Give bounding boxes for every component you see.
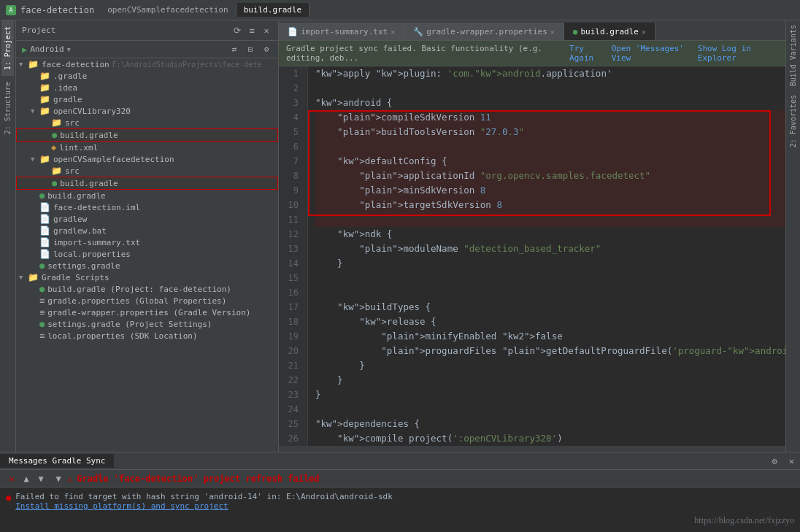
bottom-toolbar-up[interactable]: ▲ xyxy=(20,473,32,485)
bottom-panel: Messages Gradle Sync ⚙ ✕ ✕ ▲ ▼ ▼ ⚠ Gradl… xyxy=(0,452,800,532)
bottom-content: ● Failed to find target with hash string… xyxy=(0,487,800,532)
tree-item[interactable]: 📄gradlew xyxy=(16,213,278,225)
settings-icon[interactable]: ≡ xyxy=(246,25,258,36)
tree-item[interactable]: 📁src xyxy=(16,165,278,177)
tab-import-summary[interactable]: 📄 import-summary.txt ✕ xyxy=(279,23,404,40)
folder-icon: 📁 xyxy=(39,71,50,81)
code-line: } xyxy=(315,256,785,271)
tree-item[interactable]: ▼📁openCVSamplefacedetection xyxy=(16,153,278,165)
bottom-tab-messages[interactable]: Messages Gradle Sync xyxy=(0,454,114,468)
tree-item[interactable]: ●build.gradle xyxy=(16,177,278,190)
line-number: 6 xyxy=(285,139,301,154)
right-sidebar: Build Variants 2: Favorites xyxy=(785,20,800,452)
close-tab-1[interactable]: ✕ xyxy=(550,28,555,36)
line-number: 4 xyxy=(285,110,301,125)
file-icon: 📄 xyxy=(39,225,50,236)
bottom-settings-icon[interactable]: ⚙ xyxy=(766,456,783,466)
xml-icon: ◈ xyxy=(51,142,56,153)
tree-item[interactable]: ▼📁face-detectionF:\AndroidStudioProjects… xyxy=(16,58,278,70)
tree-item[interactable]: ≡gradle-wrapper.properties (Gradle Versi… xyxy=(16,307,278,318)
tree-item[interactable]: 📁.gradle xyxy=(16,70,278,82)
tree-item[interactable]: ≡local.properties (SDK Location) xyxy=(16,330,278,342)
bottom-close-icon[interactable]: ✕ xyxy=(783,456,800,466)
tree-item[interactable]: ▼📁Gradle Scripts xyxy=(16,271,278,283)
code-line: "plain">moduleName "detection_based_trac… xyxy=(315,242,785,256)
show-log-link[interactable]: Show Log in Explorer xyxy=(698,44,778,63)
folder-icon: 📁 xyxy=(51,117,62,128)
folder-icon: 📁 xyxy=(39,94,50,104)
line-number: 3 xyxy=(285,96,301,110)
close-panel-icon[interactable]: ✕ xyxy=(261,25,272,36)
android-dropdown[interactable]: ▶ Android ▼ ⇄ ⊟ ⚙ xyxy=(16,41,278,58)
notification-bar: Gradle project sync failed. Basic functi… xyxy=(279,41,785,66)
sync-icon[interactable]: ⟳ xyxy=(231,25,243,36)
line-number: 1 xyxy=(285,66,301,81)
tree-item[interactable]: ●build.gradle xyxy=(16,128,278,142)
file-icon: 📄 xyxy=(39,202,50,212)
tree-item[interactable]: 📄local.properties xyxy=(16,248,278,260)
code-line: "plain">compileSdkVersion 11 xyxy=(315,110,785,125)
gradle-icon: ● xyxy=(52,130,57,140)
title-tab-buildgradle[interactable]: build.gradle xyxy=(236,3,309,17)
try-again-link[interactable]: Try Again xyxy=(569,44,606,63)
file-icon: 📄 xyxy=(39,249,50,259)
line-number: 2 xyxy=(285,81,301,96)
code-line: "kw">buildTypes { xyxy=(315,300,785,315)
line-number: 21 xyxy=(285,358,301,373)
tree-item[interactable]: 📁src xyxy=(16,117,278,128)
bottom-toolbar-close[interactable]: ✕ xyxy=(6,473,18,485)
code-line xyxy=(315,285,785,300)
tree-item[interactable]: 📄gradlew.bat xyxy=(16,225,278,236)
tree-item[interactable]: ●settings.gradle xyxy=(16,260,278,271)
properties-icon: ≡ xyxy=(39,296,45,306)
notification-text: Gradle project sync failed. Basic functi… xyxy=(286,44,564,63)
gradle-icon: ● xyxy=(39,190,45,201)
error-circle-icon: ● xyxy=(6,493,11,503)
line-number: 9 xyxy=(285,183,301,198)
bottom-toolbar-down[interactable]: ▼ xyxy=(35,473,47,485)
tree-item[interactable]: 📄import-summary.txt xyxy=(16,236,278,248)
build-variants-tab[interactable]: Build Variants xyxy=(788,20,799,90)
collapse-icon[interactable]: ⊟ xyxy=(245,44,256,55)
tree-item[interactable]: ≡gradle.properties (Global Properties) xyxy=(16,295,278,307)
gear-icon[interactable]: ⚙ xyxy=(261,44,272,55)
tree-item[interactable]: 📁.idea xyxy=(16,82,278,93)
code-line xyxy=(315,402,785,417)
close-tab-0[interactable]: ✕ xyxy=(391,28,395,36)
tree-item[interactable]: 📁gradle xyxy=(16,93,278,105)
tree-item[interactable]: 📄face-detection.iml xyxy=(16,201,278,213)
line-number: 15 xyxy=(285,271,301,285)
title-tab-opencvsample[interactable]: openCVSamplefacedetection xyxy=(100,3,236,17)
line-number: 14 xyxy=(285,256,301,271)
tree-item[interactable]: ●build.gradle (Project: face-detection) xyxy=(16,283,278,295)
open-messages-link[interactable]: Open 'Messages' View xyxy=(612,44,692,63)
code-line: "plain">buildToolsVersion "27.0.3" xyxy=(315,125,785,139)
tab-gradle-wrapper[interactable]: 🔧 gradle-wrapper.properties ✕ xyxy=(404,23,564,40)
folder-icon: 📁 xyxy=(39,154,50,164)
vertical-sidebar: 1: Project 2: Structure xyxy=(0,20,16,452)
line-number: 20 xyxy=(285,344,301,358)
dropdown-arrow: ▼ xyxy=(67,46,71,53)
tree-item[interactable]: ▼📁openCVLibrary320 xyxy=(16,105,278,117)
dropdown-label: Android xyxy=(30,45,64,54)
android-icon: ▶ xyxy=(22,45,27,55)
tree-item[interactable]: ◈lint.xml xyxy=(16,142,278,153)
project-panel: Project ⟳ ≡ ✕ ▶ Android ▼ ⇄ ⊟ ⚙ ▼📁face-d… xyxy=(16,20,279,452)
code-line: "plain">minSdkVersion 8 xyxy=(315,183,785,198)
sync-files-icon[interactable]: ⇄ xyxy=(228,44,240,55)
folder-icon: 📁 xyxy=(28,272,39,282)
sidebar-project-tab[interactable]: 1: Project xyxy=(1,20,14,76)
project-tree: ▼📁face-detectionF:\AndroidStudioProjects… xyxy=(16,58,278,452)
tree-item[interactable]: ●build.gradle xyxy=(16,190,278,201)
project-panel-title: Project xyxy=(22,26,231,35)
close-tab-2[interactable]: ✕ xyxy=(642,28,646,36)
install-link[interactable]: Install missing platform(s) and sync pro… xyxy=(15,501,228,511)
bottom-toolbar-expand[interactable]: ▼ xyxy=(53,473,64,485)
code-line xyxy=(315,81,785,96)
favorites-tab[interactable]: 2: Favorites xyxy=(788,90,799,152)
scrollbar-horizontal[interactable] xyxy=(279,446,785,452)
tab-build-gradle[interactable]: ● build.gradle ✕ xyxy=(564,23,655,40)
code-area[interactable]: "kw">apply "kw">plugin: 'com."kw">androi… xyxy=(308,66,785,446)
tree-item[interactable]: ●settings.gradle (Project Settings) xyxy=(16,318,278,330)
sidebar-structure-tab[interactable]: 2: Structure xyxy=(1,76,14,140)
